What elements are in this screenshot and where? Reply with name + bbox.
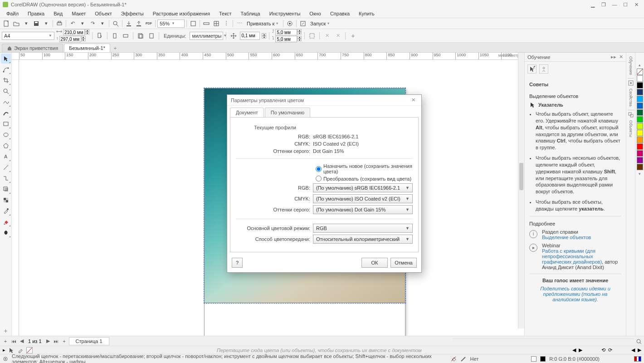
navigator-button[interactable] bbox=[635, 338, 642, 345]
dup-x-input[interactable] bbox=[275, 29, 297, 35]
side-tab-objects[interactable]: Объекты bbox=[629, 120, 633, 137]
dup-y-input[interactable] bbox=[275, 36, 297, 42]
down-arrow-icon[interactable]: ▾ bbox=[22, 19, 31, 28]
pdf-button[interactable]: PDF bbox=[144, 19, 153, 28]
rulers-button[interactable] bbox=[202, 19, 211, 28]
options-button[interactable] bbox=[285, 19, 294, 28]
eyedropper-small-icon[interactable] bbox=[17, 347, 24, 353]
first-page-button[interactable]: ⏮ bbox=[10, 338, 17, 345]
crop-tool[interactable] bbox=[1, 75, 11, 85]
color-swatch[interactable] bbox=[637, 116, 643, 123]
grid-button[interactable] bbox=[212, 19, 221, 28]
pick-tool[interactable] bbox=[1, 54, 11, 64]
text-tool[interactable]: A bbox=[1, 152, 11, 162]
menu-table[interactable]: Таблица bbox=[236, 10, 265, 17]
menu-layout[interactable]: Макет bbox=[67, 10, 90, 17]
zoom-tool[interactable] bbox=[1, 86, 11, 96]
drop-shadow-tool[interactable] bbox=[1, 184, 11, 194]
palette-left-button[interactable]: ◀ bbox=[572, 347, 576, 353]
zoom-combo[interactable]: 55%▼ bbox=[157, 20, 185, 28]
color-swatch[interactable] bbox=[637, 82, 643, 88]
spin-down[interactable]: ▾ bbox=[262, 36, 266, 39]
outline-indicator-icon[interactable] bbox=[460, 356, 467, 362]
no-color-swatch[interactable] bbox=[637, 69, 643, 75]
guidelines-button[interactable] bbox=[222, 19, 231, 28]
help-link[interactable]: Выделение объектов bbox=[542, 235, 591, 240]
snap-combo[interactable]: Привязать к▾ bbox=[245, 20, 281, 28]
undo-button[interactable]: ↶ bbox=[68, 19, 77, 28]
menu-window[interactable]: Окно bbox=[305, 10, 326, 17]
menu-bitmap[interactable]: Растровые изображения bbox=[148, 10, 215, 17]
spin-down[interactable]: ▾ bbox=[297, 39, 302, 41]
menu-edit[interactable]: Правка bbox=[23, 10, 49, 17]
spin-down[interactable]: ▾ bbox=[297, 32, 302, 34]
down-arrow-icon[interactable]: ▾ bbox=[78, 19, 87, 28]
properties-icon[interactable] bbox=[628, 80, 634, 86]
menu-effects[interactable]: Эффекты bbox=[117, 10, 148, 17]
fill-indicator-icon[interactable] bbox=[450, 356, 457, 362]
child-restore-button[interactable]: ❐ bbox=[599, 1, 609, 8]
prev-page-button[interactable]: ◀ bbox=[18, 338, 25, 345]
treat-as-filled-button[interactable] bbox=[307, 31, 317, 40]
spin-down[interactable]: ▾ bbox=[81, 39, 86, 41]
next-page-button[interactable]: ▶ bbox=[44, 338, 52, 345]
dialog-tab-default[interactable]: По умолчанию bbox=[265, 108, 310, 117]
landscape-button[interactable] bbox=[121, 31, 130, 40]
palette-up-button[interactable]: ⟲ bbox=[601, 347, 605, 353]
connector-tool[interactable] bbox=[1, 173, 11, 183]
tab-document[interactable]: Безымянный-1* bbox=[64, 44, 110, 52]
color-swatch[interactable] bbox=[637, 157, 643, 163]
parallel-dim-tool[interactable] bbox=[1, 162, 11, 172]
vertical-ruler[interactable] bbox=[12, 60, 19, 336]
palette-expand-left[interactable]: ◀ bbox=[631, 347, 635, 353]
menu-buy[interactable]: Купить bbox=[354, 10, 379, 17]
spin-down[interactable]: ▾ bbox=[85, 32, 89, 34]
print-button[interactable] bbox=[55, 19, 64, 28]
menu-view[interactable]: Вид bbox=[49, 10, 67, 17]
palette-down-button[interactable]: ⟳ bbox=[608, 347, 612, 353]
units-combo[interactable]: миллиметры▼ bbox=[190, 32, 223, 40]
menu-text[interactable]: Текст bbox=[215, 10, 236, 17]
fullscreen-button[interactable] bbox=[189, 19, 198, 28]
color-swatch[interactable] bbox=[637, 137, 643, 143]
color-swatch[interactable] bbox=[637, 164, 643, 170]
color-swatch[interactable] bbox=[637, 123, 643, 129]
dialog-cancel-button[interactable]: Отмена bbox=[390, 258, 417, 268]
page-tab[interactable]: Страница 1 bbox=[69, 337, 109, 345]
objects-icon[interactable] bbox=[628, 112, 634, 118]
rgb-profile-combo[interactable]: (По умолчанию) sRGB IEC61966-2.1▼ bbox=[313, 183, 413, 192]
color-swatch[interactable] bbox=[637, 75, 643, 82]
menu-tools[interactable]: Инструменты bbox=[265, 10, 305, 17]
color-proof-icon[interactable] bbox=[634, 356, 641, 362]
panel-collapse-button[interactable]: ▸▸ bbox=[611, 54, 616, 60]
rectangle-tool[interactable] bbox=[1, 119, 11, 129]
outline-black-swatch[interactable] bbox=[540, 356, 546, 362]
artistic-media-tool[interactable] bbox=[1, 108, 11, 118]
color-swatch[interactable] bbox=[637, 150, 643, 157]
webinar-link[interactable]: Работа с кривыми (для непрофессиональных… bbox=[542, 248, 602, 265]
side-tab-learning[interactable]: Обучение bbox=[629, 56, 633, 75]
dialog-tab-document[interactable]: Документ bbox=[230, 108, 264, 117]
minimize-button[interactable]: — bbox=[610, 1, 620, 8]
dialog-close-button[interactable]: ✕ bbox=[409, 96, 418, 105]
fill-tool[interactable] bbox=[1, 217, 11, 227]
page-height-input[interactable] bbox=[59, 36, 81, 42]
export-button[interactable] bbox=[134, 19, 143, 28]
tab-welcome[interactable]: Экран приветствия bbox=[2, 44, 63, 52]
no-fill-swatch[interactable] bbox=[26, 347, 33, 353]
palette-down-button[interactable]: ▾ bbox=[637, 171, 643, 177]
color-swatch[interactable] bbox=[637, 96, 643, 102]
menu-help[interactable]: Справка bbox=[326, 10, 354, 17]
panel-close-button[interactable]: ✕ bbox=[619, 54, 623, 60]
down-arrow-icon[interactable]: ▾ bbox=[42, 19, 51, 28]
color-swatch[interactable] bbox=[637, 130, 643, 136]
current-page-button[interactable] bbox=[147, 31, 156, 40]
vertical-scrollbar[interactable] bbox=[518, 53, 524, 329]
color-swatch[interactable] bbox=[637, 89, 643, 95]
launch-combo[interactable]: Запуск▾ bbox=[308, 20, 336, 28]
portrait-button[interactable] bbox=[110, 31, 119, 40]
close-button[interactable]: ✕ bbox=[631, 1, 641, 8]
dialog-help-button[interactable]: ? bbox=[232, 258, 243, 268]
add-page-button[interactable]: + bbox=[2, 338, 9, 345]
assign-radio[interactable]: Назначить новое (сохранить значения цвет… bbox=[316, 163, 413, 174]
